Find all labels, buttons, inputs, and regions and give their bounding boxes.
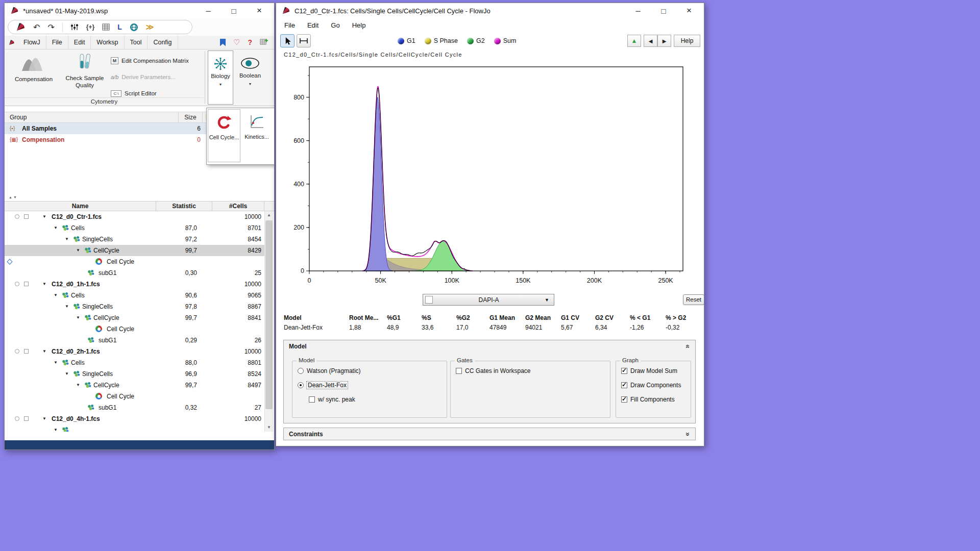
tree-row-subg1[interactable]: subG10,2926	[5, 335, 264, 346]
sample-checkbox[interactable]	[24, 282, 29, 286]
minimize-button[interactable]: ─	[195, 3, 221, 18]
nav-next-button[interactable]: ▶	[657, 35, 671, 47]
tree-row-cell-cycle[interactable]: Cell Cycle	[5, 256, 264, 267]
layout-editor-button[interactable]: L	[117, 23, 122, 31]
tree-row-c12-d0-1h-1-fcs[interactable]: ▼C12_d0_1h-1.fcs10000	[5, 279, 264, 290]
sort-down-icon[interactable]: ▼	[13, 195, 18, 199]
minimize-button[interactable]: ─	[625, 3, 651, 18]
close-button[interactable]: ×	[676, 3, 702, 18]
menu-edit[interactable]: Edit	[307, 21, 318, 29]
expander-icon[interactable]: ▼	[42, 279, 46, 290]
radio-dean-jett-fox[interactable]: Dean-Jett-Fox	[298, 382, 348, 389]
expander-icon[interactable]: ▼	[54, 222, 58, 234]
checkbox-fill-components[interactable]: Fill Components	[621, 396, 675, 403]
ribbon-tab-config[interactable]: Config	[148, 36, 178, 49]
sample-checkbox[interactable]	[24, 416, 29, 421]
tree-row-singlecells[interactable]: ▼SingleCells96,98524	[5, 368, 264, 380]
expander-icon[interactable]: ▼	[76, 245, 80, 256]
expander-icon[interactable]: ▼	[42, 413, 46, 424]
sort-toggle[interactable]: ▲▼	[9, 195, 18, 199]
tree-row-subg1[interactable]: subG10,3025	[5, 267, 264, 279]
workspace-titlebar[interactable]: *unsaved* 01-May-2019.wsp ─ □ ×	[5, 3, 274, 18]
tree-row-subg1[interactable]: subG10,3227	[5, 402, 264, 413]
compensation-button[interactable]: Compensation	[9, 53, 59, 83]
cursor-tool-button[interactable]	[280, 34, 295, 47]
expand-icon[interactable]: »	[684, 432, 692, 436]
tree-row-singlecells[interactable]: ▼SingleCells97,28454	[5, 234, 264, 245]
expander-icon[interactable]: ▼	[65, 368, 69, 380]
check-sample-quality-button[interactable]: Check Sample Quality	[61, 53, 109, 89]
scroll-up-icon[interactable]: ▲	[265, 211, 273, 219]
sample-state-icon[interactable]	[15, 349, 19, 354]
nav-previous-button[interactable]: ◀	[644, 35, 657, 47]
boolean-button[interactable]: Boolean ▼	[236, 51, 264, 105]
bookmark-icon[interactable]	[220, 39, 226, 46]
scroll-down-icon[interactable]: ▼	[265, 423, 273, 432]
biology-menu-item-cell-cycle[interactable]: Cell Cycle...	[208, 109, 240, 162]
tree-row-cells[interactable]: ▼Cells88,08801	[5, 357, 264, 368]
grid-plus-icon[interactable]	[260, 38, 268, 47]
edit-compensation-matrix-button[interactable]: M Edit Compensation Matrix	[111, 54, 189, 67]
menu-help[interactable]: Help	[352, 21, 366, 29]
tree-row-c12-d0-4h-1-fcs[interactable]: ▼C12_d0_4h-1.fcs10000	[5, 413, 264, 424]
tree-row-cell-cycle[interactable]: Cell Cycle	[5, 391, 264, 402]
checkbox-cc-gates-in-workspace[interactable]: CC Gates in Workspace	[456, 367, 531, 374]
checkbox-draw-model-sum[interactable]: Draw Model Sum	[621, 367, 677, 374]
sample-state-icon[interactable]	[15, 282, 19, 286]
tree-row-cellcycle[interactable]: ▼CellCycle99,78841	[5, 312, 264, 323]
tree-scrollbar[interactable]: ▲ ▼	[264, 211, 273, 432]
tree-row-cell-cycle[interactable]: Cell Cycle	[5, 323, 264, 335]
sample-state-icon[interactable]	[15, 214, 19, 219]
tree-row-item[interactable]: ▼	[5, 424, 264, 432]
reset-button[interactable]: Reset	[683, 294, 704, 305]
expander-icon[interactable]: ▼	[54, 290, 58, 301]
checkbox-w-sync-peak[interactable]: w/ sync. peak	[309, 396, 355, 403]
ribbon-tab-tool[interactable]: Tool	[125, 36, 148, 49]
maximize-button[interactable]: □	[651, 3, 676, 18]
globe-icon[interactable]	[130, 23, 138, 32]
tree-row-c12-d0-ctr-1-fcs[interactable]: ▼C12_d0_Ctr-1.fcs10000	[5, 211, 264, 222]
sort-up-icon[interactable]: ▲	[9, 195, 13, 199]
menu-go[interactable]: Go	[331, 21, 339, 29]
model-panel-header[interactable]: Model «	[284, 340, 695, 353]
expander-icon[interactable]: ▼	[76, 312, 80, 323]
nav-up-button[interactable]: ▲	[627, 35, 641, 47]
tree-row-singlecells[interactable]: ▼SingleCells97,88867	[5, 301, 264, 312]
tree-row-cells[interactable]: ▼Cells90,69065	[5, 290, 264, 301]
close-button[interactable]: ×	[247, 3, 272, 18]
cell-cycle-histogram[interactable]: 050K100K150K200K250K0200400600800	[276, 60, 704, 295]
add-parameter-button[interactable]: {+}	[86, 23, 94, 31]
tree-row-cells[interactable]: ▼Cells87,08701	[5, 222, 264, 234]
favorites-icon[interactable]: ♡	[233, 38, 240, 47]
maximize-button[interactable]: □	[221, 3, 247, 18]
menu-file[interactable]: File	[284, 21, 295, 29]
batch-button[interactable]: ≫	[146, 22, 154, 32]
collapse-icon[interactable]: «	[684, 344, 692, 348]
redo-button[interactable]: ↷	[47, 22, 54, 32]
sample-state-icon[interactable]	[15, 416, 19, 421]
range-gate-tool-button[interactable]	[297, 34, 311, 47]
expander-icon[interactable]: ▼	[76, 380, 80, 391]
ribbon-tab-worksp[interactable]: Worksp	[91, 36, 124, 49]
biology-button[interactable]: Biology ▼	[208, 51, 233, 105]
ribbon-tab-edit[interactable]: Edit	[68, 36, 91, 49]
help-button[interactable]: Help	[674, 35, 700, 47]
tree-row-cellcycle[interactable]: ▼CellCycle99,78497	[5, 380, 264, 391]
expander-icon[interactable]: ▼	[65, 234, 69, 245]
expander-icon[interactable]: ▼	[54, 424, 58, 432]
scrollbar-thumb[interactable]	[265, 220, 273, 409]
expander-icon[interactable]: ▼	[42, 346, 46, 357]
expander-icon[interactable]: ▼	[65, 301, 69, 312]
expander-icon[interactable]: ▼	[42, 211, 46, 222]
undo-button[interactable]: ↶	[33, 22, 40, 32]
biology-menu-item-kinetics[interactable]: Kinetics...	[240, 109, 273, 162]
help-icon[interactable]: ?	[248, 38, 252, 46]
sample-checkbox[interactable]	[24, 349, 29, 354]
ribbon-tab-file[interactable]: File	[46, 36, 68, 49]
sliders-icon[interactable]	[70, 23, 79, 31]
expander-icon[interactable]: ▼	[54, 357, 58, 368]
constraints-panel-header[interactable]: Constraints »	[284, 428, 695, 440]
ribbon-tab-flowj[interactable]: FlowJ	[18, 36, 46, 49]
tree-row-c12-d0-2h-1-fcs[interactable]: ▼C12_d0_2h-1.fcs10000	[5, 346, 264, 357]
cell-cycle-titlebar[interactable]: C12_d0_Ctr-1.fcs: Cells/Single Cells/Cel…	[276, 3, 704, 18]
